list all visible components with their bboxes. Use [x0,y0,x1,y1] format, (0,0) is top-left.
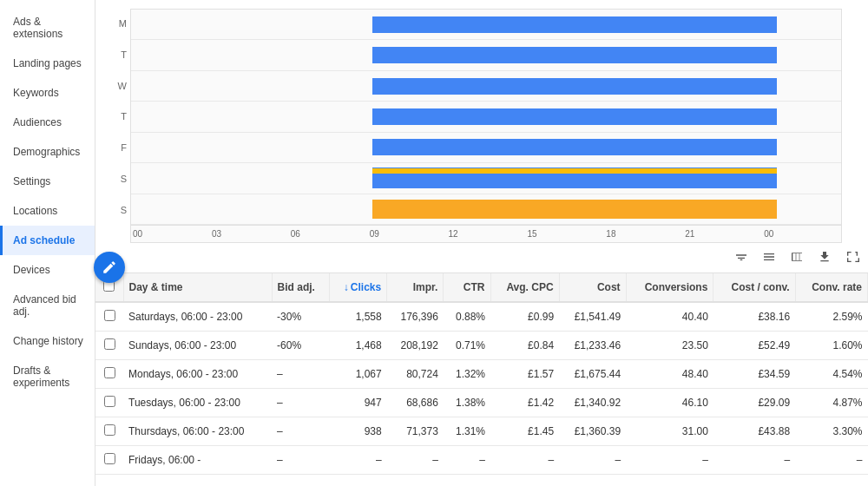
cell-conversions-3: 46.10 [626,389,713,417]
row-checkbox-5[interactable] [104,453,115,464]
y-label-T: T [121,50,127,60]
chart-inner: 000306091215182100 [130,9,842,243]
th-day-time[interactable]: Day & time [123,273,272,302]
th-ctr[interactable]: CTR [444,273,490,302]
cell-impr-3: 68,686 [387,389,444,417]
expand-button[interactable] [845,250,859,266]
sidebar-item-landing-pages[interactable]: Landing pages [0,49,95,78]
y-label-S: S [121,206,127,215]
table-area: Day & timeBid adj.↓ClicksImpr.CTRAvg. CP… [95,273,868,486]
download-button[interactable] [818,250,832,266]
row-checkbox-cell-4 [95,417,123,446]
cell-ctr-1: 0.71% [444,332,490,360]
cell-ctr-4: 1.31% [444,417,490,446]
cell-clicks-0: 1,558 [329,302,386,332]
segment-button[interactable] [762,250,776,266]
cell-clicks-4: 938 [329,417,386,446]
x-label-15-5: 15 [525,229,604,239]
row-checkbox-4[interactable] [104,424,115,436]
cell-clicks-2: 1,067 [329,360,386,389]
cell-impr-1: 208,192 [387,332,444,360]
sidebar-item-drafts-experiments[interactable]: Drafts & experiments [0,356,95,397]
cell-conversions-2: 48.40 [626,360,713,389]
cell-bid-adj-2: – [272,360,329,389]
cell-cost-4: £1,360.39 [559,417,626,446]
row-checkbox-cell-1 [95,332,123,360]
cell-avg-cpc-3: £1.42 [490,389,559,417]
sidebar-item-change-history[interactable]: Change history [0,326,95,356]
cell-ctr-2: 1.32% [444,360,490,389]
cell-bid-adj-5: – [272,446,329,475]
cell-cost-conv-4: £43.88 [713,417,795,446]
table-row: Fridays, 06:00 -––––––––– [95,446,868,475]
row-checkbox-cell-3 [95,389,123,417]
row-checkbox-3[interactable] [104,396,115,407]
header-row: Day & timeBid adj.↓ClicksImpr.CTRAvg. CP… [95,273,868,302]
x-label-18-6: 18 [604,229,683,239]
cell-avg-cpc-2: £1.57 [490,360,559,389]
cell-conv-rate-1: 1.60% [795,332,867,360]
y-label-S: S [121,174,127,184]
columns-button[interactable] [790,250,804,266]
cell-day-time-0: Saturdays, 06:00 - 23:00 [123,302,272,332]
table-row: Mondays, 06:00 - 23:00–1,06780,7241.32%£… [95,360,868,389]
cell-cost-conv-0: £38.16 [713,302,795,332]
row-checkbox-0[interactable] [104,310,115,321]
sidebar-item-audiences[interactable]: Audiences [0,108,95,137]
chart-rows [131,10,841,225]
chart-row-4 [131,133,841,163]
cell-impr-5: – [387,446,444,475]
x-label-12-4: 12 [447,229,526,239]
sidebar-item-devices[interactable]: Devices [0,255,95,285]
sidebar-item-settings[interactable]: Settings [0,167,95,196]
th-cost-conv[interactable]: Cost / conv. [713,273,795,302]
th-cost[interactable]: Cost [559,273,626,302]
cell-conversions-1: 23.50 [626,332,713,360]
th-bid-adj[interactable]: Bid adj. [272,273,329,302]
cell-clicks-1: 1,468 [329,332,386,360]
filter-button[interactable] [734,250,748,266]
th-conv-rate[interactable]: Conv. rate [795,273,867,302]
cell-ctr-5: – [444,446,490,475]
cell-avg-cpc-0: £0.99 [490,302,559,332]
cell-clicks-5: – [329,446,386,475]
table-row: Saturdays, 06:00 - 23:00-30%1,558176,396… [95,302,868,332]
chart-row-2 [131,71,841,102]
cell-day-time-1: Sundays, 06:00 - 23:00 [123,332,272,360]
th-conversions[interactable]: Conversions [626,273,713,302]
cell-avg-cpc-5: – [490,446,559,475]
cell-conversions-4: 31.00 [626,417,713,446]
table-body: Saturdays, 06:00 - 23:00-30%1,558176,396… [95,302,868,475]
x-label-00-0: 00 [131,229,210,239]
sidebar-item-demographics[interactable]: Demographics [0,137,95,167]
cell-bid-adj-4: – [272,417,329,446]
sidebar-item-advanced-bid-adj[interactable]: Advanced bid adj. [0,285,95,326]
row-checkbox-1[interactable] [104,338,115,350]
cell-cost-3: £1,340.92 [559,389,626,417]
cell-ctr-3: 1.38% [444,389,490,417]
cell-impr-2: 80,724 [387,360,444,389]
chart-x-labels: 000306091215182100 [131,225,841,242]
th-avg-cpc[interactable]: Avg. CPC [490,273,559,302]
th-clicks[interactable]: ↓Clicks [329,273,386,302]
sidebar-item-ads-extensions[interactable]: Ads & extensions [0,7,95,49]
chart-row-1 [131,40,841,70]
row-checkbox-2[interactable] [104,367,115,378]
chart-row-5 [131,163,841,194]
y-label-F: F [121,143,127,153]
sidebar-item-locations[interactable]: Locations [0,196,95,226]
cell-bid-adj-0: -30% [272,302,329,332]
cell-conv-rate-3: 4.87% [795,389,867,417]
cell-clicks-3: 947 [329,389,386,417]
sidebar-item-ad-schedule[interactable]: Ad schedule [0,226,95,255]
sidebar-item-keywords[interactable]: Keywords [0,78,95,108]
cell-day-time-3: Tuesdays, 06:00 - 23:00 [123,389,272,417]
cell-day-time-5: Fridays, 06:00 - [123,446,272,475]
cell-cost-0: £1,541.49 [559,302,626,332]
cell-conv-rate-4: 3.30% [795,417,867,446]
row-checkbox-cell-2 [95,360,123,389]
table-row: Tuesdays, 06:00 - 23:00–94768,6861.38%£1… [95,389,868,417]
data-table: Day & timeBid adj.↓ClicksImpr.CTRAvg. CP… [95,273,868,475]
cell-impr-4: 71,373 [387,417,444,446]
th-impr[interactable]: Impr. [387,273,444,302]
